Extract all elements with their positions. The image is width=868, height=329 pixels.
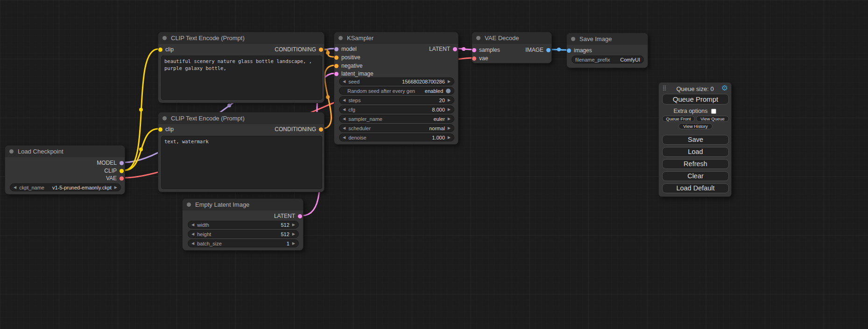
widget-steps[interactable]: ◀ steps 20 ▶ <box>339 96 454 104</box>
left-arrow-icon[interactable]: ◀ <box>191 241 194 245</box>
slot-dot[interactable] <box>120 169 124 173</box>
left-arrow-icon[interactable]: ◀ <box>191 223 194 227</box>
node-title-bar[interactable]: VAE Decode <box>472 32 551 44</box>
node-title-bar[interactable]: CLIP Text Encode (Prompt) <box>158 112 324 124</box>
input-slot-images[interactable]: images <box>567 47 592 54</box>
widget-cfg[interactable]: ◀ cfg 8.000 ▶ <box>339 105 454 113</box>
left-arrow-icon[interactable]: ◀ <box>191 232 194 236</box>
slot-dot[interactable] <box>472 56 476 61</box>
output-slot-vae[interactable]: VAE <box>106 175 124 182</box>
load-default-button[interactable]: Load Default <box>662 183 729 193</box>
left-arrow-icon[interactable]: ◀ <box>343 126 346 130</box>
clear-button[interactable]: Clear <box>662 171 729 181</box>
slot-dot[interactable] <box>120 176 124 181</box>
slot-dot[interactable] <box>334 72 339 76</box>
right-arrow-icon[interactable]: ▶ <box>292 223 295 227</box>
left-arrow-icon[interactable]: ◀ <box>343 107 346 112</box>
slot-dot[interactable] <box>319 127 323 132</box>
output-slot-latent[interactable]: LATENT <box>429 45 457 53</box>
left-arrow-icon[interactable]: ◀ <box>343 135 346 140</box>
collapse-icon[interactable] <box>339 36 343 40</box>
node-title-bar[interactable]: CLIP Text Encode (Prompt) <box>158 32 324 44</box>
node-empty-latent-image[interactable]: Empty Latent Image LATENT ◀ width 512 ▶ … <box>182 198 303 251</box>
view-history-button[interactable]: View History <box>678 123 713 129</box>
slot-dot[interactable] <box>334 47 339 51</box>
queue-front-button[interactable]: Queue Front <box>662 116 695 122</box>
right-arrow-icon[interactable]: ▶ <box>448 135 451 140</box>
node-title-bar[interactable]: Empty Latent Image <box>183 199 303 210</box>
collapse-icon[interactable] <box>162 116 167 120</box>
input-slot-clip[interactable]: clip <box>158 46 174 53</box>
toggle-dot-icon[interactable] <box>446 89 451 93</box>
save-button[interactable]: Save <box>662 135 729 145</box>
node-ksampler[interactable]: KSampler model positive negative latent_… <box>334 32 459 145</box>
collapse-icon[interactable] <box>476 36 480 40</box>
right-arrow-icon[interactable]: ▶ <box>448 107 451 112</box>
slot-dot[interactable] <box>453 47 457 51</box>
widget-denoise[interactable]: ◀ denoise 1.000 ▶ <box>339 133 454 141</box>
view-queue-button[interactable]: View Queue <box>696 116 729 122</box>
widget-height[interactable]: ◀ height 512 ▶ <box>188 230 299 238</box>
output-slot-conditioning[interactable]: CONDITIONING <box>275 126 323 133</box>
input-slot-positive[interactable]: positive <box>334 54 360 61</box>
output-slot-model[interactable]: MODEL <box>97 159 124 167</box>
right-arrow-icon[interactable]: ▶ <box>448 126 451 130</box>
slot-dot[interactable] <box>567 49 571 53</box>
right-arrow-icon[interactable]: ▶ <box>114 185 117 189</box>
slot-dot[interactable] <box>334 56 339 60</box>
slot-dot[interactable] <box>319 48 323 52</box>
widget-sampler-name[interactable]: ◀ sampler_name euler ▶ <box>339 115 454 123</box>
collapse-icon[interactable] <box>187 203 191 207</box>
right-arrow-icon[interactable]: ▶ <box>292 241 295 245</box>
widget-filename-prefix[interactable]: filename_prefix ComfyUI <box>572 56 644 63</box>
left-arrow-icon[interactable]: ◀ <box>343 117 346 121</box>
load-button[interactable]: Load <box>662 147 729 157</box>
node-clip-text-encode-positive[interactable]: CLIP Text Encode (Prompt) clip CONDITION… <box>158 32 325 103</box>
queue-prompt-button[interactable]: Queue Prompt <box>662 94 729 105</box>
node-vae-decode[interactable]: VAE Decode samples vae IMAGE <box>472 32 552 63</box>
output-slot-image[interactable]: IMAGE <box>525 46 550 54</box>
extra-options-checkbox[interactable] <box>711 109 716 114</box>
left-arrow-icon[interactable]: ◀ <box>343 98 346 102</box>
node-title-bar[interactable]: Save Image <box>567 33 648 45</box>
gear-icon[interactable]: ⚙ <box>721 84 728 92</box>
collapse-icon[interactable] <box>162 36 167 40</box>
refresh-button[interactable]: Refresh <box>662 159 729 169</box>
widget-random-seed-toggle[interactable]: Random seed after every gen enabled <box>339 87 454 95</box>
right-arrow-icon[interactable]: ▶ <box>448 98 451 102</box>
collapse-icon[interactable] <box>9 149 14 154</box>
positive-prompt-textarea[interactable]: beautiful scenery nature glass bottle la… <box>161 56 322 100</box>
output-slot-latent[interactable]: LATENT <box>274 212 302 220</box>
input-slot-vae[interactable]: vae <box>472 55 488 62</box>
output-slot-clip[interactable]: CLIP <box>104 167 124 175</box>
widget-scheduler[interactable]: ◀ scheduler normal ▶ <box>339 124 454 132</box>
input-slot-latent-image[interactable]: latent_image <box>334 70 374 77</box>
slot-dot[interactable] <box>298 214 302 218</box>
slot-dot[interactable] <box>158 127 162 132</box>
slot-dot[interactable] <box>334 64 339 68</box>
slot-dot[interactable] <box>472 48 476 52</box>
input-slot-negative[interactable]: negative <box>334 62 362 70</box>
negative-prompt-textarea[interactable]: text, watermark <box>161 136 322 189</box>
output-slot-conditioning[interactable]: CONDITIONING <box>275 46 323 53</box>
node-save-image[interactable]: Save Image images filename_prefix ComfyU… <box>566 33 648 68</box>
slot-dot[interactable] <box>158 48 162 52</box>
widget-width[interactable]: ◀ width 512 ▶ <box>188 221 299 229</box>
collapse-icon[interactable] <box>571 37 575 41</box>
slot-dot[interactable] <box>120 161 124 165</box>
input-slot-clip[interactable]: clip <box>158 126 174 133</box>
left-arrow-icon[interactable]: ◀ <box>14 185 16 189</box>
node-load-checkpoint[interactable]: Load Checkpoint MODEL CLIP VAE ◀ ckpt_na… <box>5 145 125 195</box>
right-arrow-icon[interactable]: ▶ <box>448 79 451 84</box>
node-title-bar[interactable]: KSampler <box>334 32 458 44</box>
widget-seed[interactable]: ◀ seed 156680208700286 ▶ <box>339 77 454 85</box>
input-slot-model[interactable]: model <box>334 45 357 53</box>
node-title-bar[interactable]: Load Checkpoint <box>5 146 125 157</box>
node-clip-text-encode-negative[interactable]: CLIP Text Encode (Prompt) clip CONDITION… <box>158 112 325 192</box>
slot-dot[interactable] <box>546 48 550 52</box>
input-slot-samples[interactable]: samples <box>472 46 500 54</box>
right-arrow-icon[interactable]: ▶ <box>448 117 451 121</box>
right-arrow-icon[interactable]: ▶ <box>292 232 295 236</box>
left-arrow-icon[interactable]: ◀ <box>343 79 346 84</box>
widget-batch-size[interactable]: ◀ batch_size 1 ▶ <box>188 239 299 247</box>
